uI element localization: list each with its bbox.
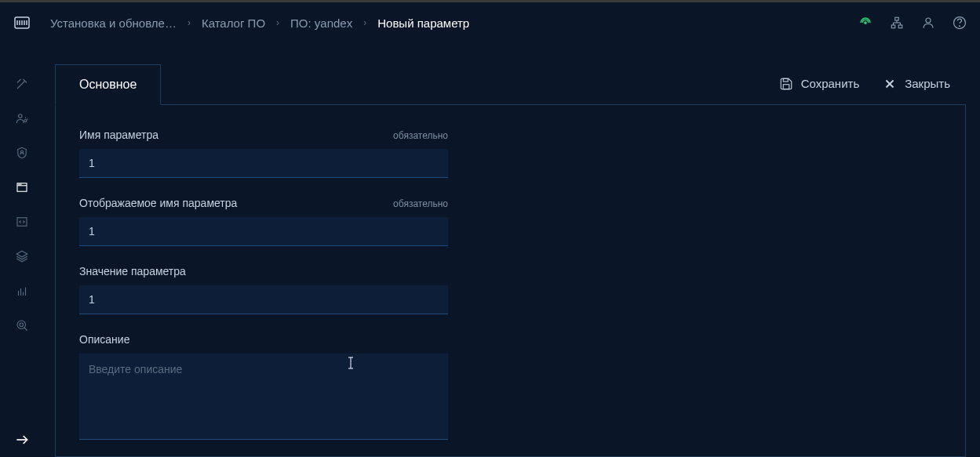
sidebar-item-shield[interactable]: [13, 143, 31, 162]
tabs-row: Основное Сохранить Закрыть: [55, 63, 966, 105]
form-content: Имя параметра обязательно Отображаемое и…: [55, 105, 966, 457]
sidebar-item-stats[interactable]: [13, 281, 31, 300]
svg-point-23: [20, 184, 21, 185]
form-group-name: Имя параметра обязательно: [79, 129, 448, 178]
app-logo[interactable]: [13, 13, 31, 32]
svg-point-14: [926, 18, 931, 23]
svg-rect-33: [783, 78, 788, 82]
breadcrumb-item-install[interactable]: Установка и обновле…: [50, 16, 177, 30]
sidebar-item-users[interactable]: [13, 109, 31, 128]
close-icon: [883, 77, 897, 91]
display-name-label: Отображаемое имя параметра: [79, 197, 237, 209]
description-input[interactable]: [79, 354, 448, 440]
close-button[interactable]: Закрыть: [883, 77, 950, 91]
save-icon: [779, 77, 793, 91]
svg-point-22: [19, 184, 20, 185]
name-label: Имя параметра: [79, 129, 158, 141]
label-row: Значение параметра: [79, 265, 448, 277]
sidebar-expand[interactable]: [13, 430, 31, 449]
signal-icon[interactable]: [858, 15, 873, 31]
user-icon[interactable]: [920, 15, 936, 31]
name-input[interactable]: [79, 149, 448, 178]
tab-main[interactable]: Основное: [55, 64, 161, 105]
sidebar-item-layers[interactable]: [13, 247, 31, 266]
header-actions: [858, 15, 967, 31]
svg-rect-34: [783, 84, 789, 89]
breadcrumb-item-software[interactable]: ПО: yandex: [290, 16, 352, 30]
value-input[interactable]: [79, 285, 448, 314]
svg-line-31: [24, 328, 27, 331]
header: Установка и обновле… › Каталог ПО › ПО: …: [0, 2, 980, 43]
svg-point-29: [17, 321, 26, 329]
label-row: Отображаемое имя параметра обязательно: [79, 197, 448, 209]
breadcrumb-item-catalog[interactable]: Каталог ПО: [202, 16, 265, 30]
help-icon[interactable]: [952, 15, 967, 31]
svg-rect-24: [17, 218, 27, 227]
sidebar-item-window[interactable]: [13, 178, 31, 197]
close-label: Закрыть: [905, 77, 950, 90]
save-button[interactable]: Сохранить: [779, 77, 860, 91]
sidebar-item-tools[interactable]: [13, 74, 31, 93]
svg-point-18: [24, 120, 27, 122]
main-content: Основное Сохранить Закрыть Им: [55, 63, 966, 457]
description-label: Описание: [79, 333, 129, 346]
display-name-input[interactable]: [79, 217, 448, 246]
label-row: Описание: [79, 333, 448, 346]
save-label: Сохранить: [801, 77, 860, 90]
network-icon[interactable]: [889, 15, 905, 31]
required-badge: обязательно: [393, 130, 448, 141]
sidebar: [0, 43, 44, 457]
form-group-value: Значение параметра: [79, 265, 448, 314]
breadcrumb: Установка и обновле… › Каталог ПО › ПО: …: [50, 16, 858, 30]
sidebar-item-search[interactable]: [13, 316, 31, 335]
label-row: Имя параметра обязательно: [79, 129, 448, 141]
breadcrumb-item-current: Новый параметр: [377, 16, 469, 30]
chevron-right-icon: ›: [276, 17, 279, 28]
svg-point-6: [865, 22, 866, 24]
svg-point-17: [19, 114, 23, 118]
chevron-right-icon: ›: [188, 17, 191, 28]
svg-rect-8: [891, 25, 895, 28]
svg-rect-9: [898, 25, 902, 28]
form-group-description: Описание: [79, 333, 448, 443]
chevron-right-icon: ›: [363, 17, 366, 28]
form-actions: Сохранить Закрыть: [779, 77, 966, 91]
sidebar-item-code[interactable]: [13, 212, 31, 231]
svg-point-30: [20, 323, 24, 327]
required-badge: обязательно: [393, 198, 448, 209]
value-label: Значение параметра: [79, 265, 186, 277]
svg-point-16: [960, 26, 960, 27]
form-group-display-name: Отображаемое имя параметра обязательно: [79, 197, 448, 246]
svg-rect-7: [895, 17, 899, 20]
